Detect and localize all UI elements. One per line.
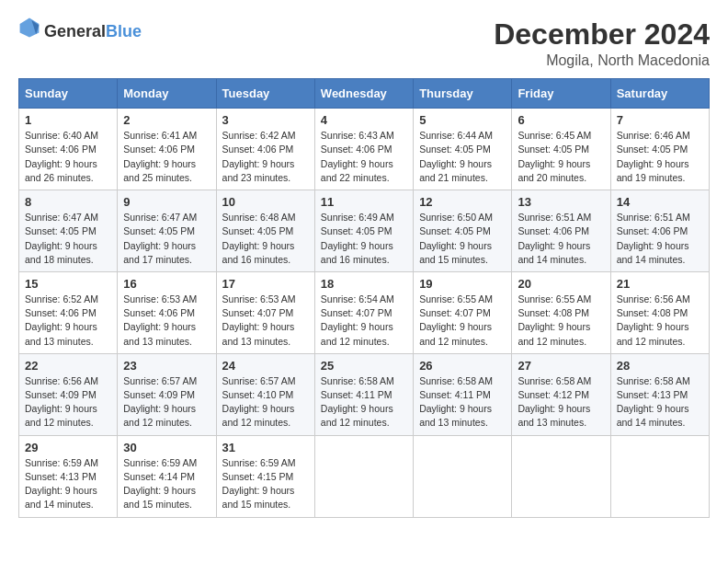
day-detail: Sunrise: 6:55 AMSunset: 4:07 PMDaylight:… [419, 293, 493, 347]
day-detail: Sunrise: 6:59 AMSunset: 4:13 PMDaylight:… [25, 457, 98, 511]
day-detail: Sunrise: 6:43 AMSunset: 4:06 PMDaylight:… [321, 130, 394, 183]
day-detail: Sunrise: 6:55 AMSunset: 4:08 PMDaylight:… [518, 293, 591, 347]
day-cell: 18 Sunrise: 6:54 AMSunset: 4:07 PMDaylig… [314, 271, 413, 353]
subtitle: Mogila, North Macedonia [494, 52, 710, 69]
col-header-tuesday: Tuesday [216, 79, 314, 109]
calendar-table: SundayMondayTuesdayWednesdayThursdayFrid… [18, 78, 710, 517]
day-cell: 13 Sunrise: 6:51 AMSunset: 4:06 PMDaylig… [512, 190, 610, 272]
week-row-3: 15 Sunrise: 6:52 AMSunset: 4:06 PMDaylig… [19, 271, 710, 353]
day-number: 26 [419, 359, 506, 373]
day-cell: 4 Sunrise: 6:43 AMSunset: 4:06 PMDayligh… [314, 109, 413, 190]
day-number: 11 [321, 195, 407, 209]
day-cell [414, 435, 512, 517]
day-cell: 15 Sunrise: 6:52 AMSunset: 4:06 PMDaylig… [19, 271, 118, 353]
day-cell: 14 Sunrise: 6:51 AMSunset: 4:06 PMDaylig… [610, 190, 709, 272]
day-number: 28 [617, 359, 703, 373]
col-header-wednesday: Wednesday [314, 79, 413, 109]
day-detail: Sunrise: 6:56 AMSunset: 4:08 PMDaylight:… [617, 293, 690, 347]
day-cell: 11 Sunrise: 6:49 AMSunset: 4:05 PMDaylig… [314, 190, 413, 272]
logo-blue-text: Blue [106, 23, 142, 40]
day-cell: 24 Sunrise: 6:57 AMSunset: 4:10 PMDaylig… [216, 353, 314, 435]
day-detail: Sunrise: 6:57 AMSunset: 4:10 PMDaylight:… [222, 375, 296, 429]
day-cell: 21 Sunrise: 6:56 AMSunset: 4:08 PMDaylig… [610, 271, 709, 353]
week-row-4: 22 Sunrise: 6:56 AMSunset: 4:09 PMDaylig… [19, 353, 710, 435]
day-number: 4 [321, 113, 407, 127]
day-cell: 20 Sunrise: 6:55 AMSunset: 4:08 PMDaylig… [512, 271, 610, 353]
day-detail: Sunrise: 6:47 AMSunset: 4:05 PMDaylight:… [123, 212, 197, 265]
logo-general-text: General [44, 23, 106, 40]
calendar-header-row: SundayMondayTuesdayWednesdayThursdayFrid… [19, 79, 710, 109]
day-number: 15 [25, 277, 111, 291]
day-detail: Sunrise: 6:58 AMSunset: 4:11 PMDaylight:… [419, 375, 493, 429]
col-header-friday: Friday [512, 79, 610, 109]
day-number: 17 [222, 277, 309, 291]
day-cell: 12 Sunrise: 6:50 AMSunset: 4:05 PMDaylig… [414, 190, 512, 272]
day-cell: 28 Sunrise: 6:58 AMSunset: 4:13 PMDaylig… [610, 353, 709, 435]
day-number: 27 [518, 359, 604, 373]
col-header-sunday: Sunday [19, 79, 118, 109]
day-number: 19 [419, 277, 506, 291]
day-cell: 9 Sunrise: 6:47 AMSunset: 4:05 PMDayligh… [118, 190, 216, 272]
day-detail: Sunrise: 6:42 AMSunset: 4:06 PMDaylight:… [222, 130, 296, 183]
day-detail: Sunrise: 6:47 AMSunset: 4:05 PMDaylight:… [25, 212, 98, 265]
day-cell: 25 Sunrise: 6:58 AMSunset: 4:11 PMDaylig… [314, 353, 413, 435]
col-header-monday: Monday [118, 79, 216, 109]
day-detail: Sunrise: 6:48 AMSunset: 4:05 PMDaylight:… [222, 212, 296, 265]
day-number: 1 [25, 113, 111, 127]
day-cell: 5 Sunrise: 6:44 AMSunset: 4:05 PMDayligh… [414, 109, 512, 190]
day-cell: 30 Sunrise: 6:59 AMSunset: 4:14 PMDaylig… [118, 435, 216, 517]
day-detail: Sunrise: 6:49 AMSunset: 4:05 PMDaylight:… [321, 212, 394, 265]
day-detail: Sunrise: 6:56 AMSunset: 4:09 PMDaylight:… [25, 375, 98, 429]
day-detail: Sunrise: 6:53 AMSunset: 4:07 PMDaylight:… [222, 293, 296, 347]
logo-icon [18, 17, 40, 39]
week-row-2: 8 Sunrise: 6:47 AMSunset: 4:05 PMDayligh… [19, 190, 710, 272]
day-detail: Sunrise: 6:44 AMSunset: 4:05 PMDaylight:… [419, 130, 493, 183]
day-cell: 27 Sunrise: 6:58 AMSunset: 4:12 PMDaylig… [512, 353, 610, 435]
day-detail: Sunrise: 6:40 AMSunset: 4:06 PMDaylight:… [25, 130, 98, 183]
day-detail: Sunrise: 6:50 AMSunset: 4:05 PMDaylight:… [419, 212, 493, 265]
day-number: 14 [617, 195, 703, 209]
day-cell: 23 Sunrise: 6:57 AMSunset: 4:09 PMDaylig… [118, 353, 216, 435]
day-cell [610, 435, 709, 517]
day-cell: 22 Sunrise: 6:56 AMSunset: 4:09 PMDaylig… [19, 353, 118, 435]
day-number: 2 [123, 113, 210, 127]
day-number: 7 [617, 113, 703, 127]
day-cell: 16 Sunrise: 6:53 AMSunset: 4:06 PMDaylig… [118, 271, 216, 353]
day-cell: 7 Sunrise: 6:46 AMSunset: 4:05 PMDayligh… [610, 109, 709, 190]
day-detail: Sunrise: 6:54 AMSunset: 4:07 PMDaylight:… [321, 293, 394, 347]
header: General Blue December 2024 Mogila, North… [18, 18, 710, 69]
day-detail: Sunrise: 6:52 AMSunset: 4:06 PMDaylight:… [25, 293, 98, 347]
day-number: 12 [419, 195, 506, 209]
day-number: 25 [321, 359, 407, 373]
logo: General Blue [18, 18, 142, 44]
day-number: 31 [222, 441, 309, 454]
day-cell: 17 Sunrise: 6:53 AMSunset: 4:07 PMDaylig… [216, 271, 314, 353]
day-cell: 29 Sunrise: 6:59 AMSunset: 4:13 PMDaylig… [19, 435, 118, 517]
day-detail: Sunrise: 6:41 AMSunset: 4:06 PMDaylight:… [123, 130, 197, 183]
day-cell: 2 Sunrise: 6:41 AMSunset: 4:06 PMDayligh… [118, 109, 216, 190]
day-number: 21 [617, 277, 703, 291]
day-cell: 1 Sunrise: 6:40 AMSunset: 4:06 PMDayligh… [19, 109, 118, 190]
calendar-body: 1 Sunrise: 6:40 AMSunset: 4:06 PMDayligh… [19, 109, 710, 517]
day-cell: 3 Sunrise: 6:42 AMSunset: 4:06 PMDayligh… [216, 109, 314, 190]
day-cell: 19 Sunrise: 6:55 AMSunset: 4:07 PMDaylig… [414, 271, 512, 353]
day-detail: Sunrise: 6:53 AMSunset: 4:06 PMDaylight:… [123, 293, 197, 347]
day-number: 3 [222, 113, 309, 127]
day-detail: Sunrise: 6:59 AMSunset: 4:14 PMDaylight:… [123, 457, 197, 511]
day-cell: 8 Sunrise: 6:47 AMSunset: 4:05 PMDayligh… [19, 190, 118, 272]
day-cell [314, 435, 413, 517]
day-number: 16 [123, 277, 210, 291]
day-number: 23 [123, 359, 210, 373]
day-number: 29 [25, 441, 111, 454]
day-number: 5 [419, 113, 506, 127]
day-detail: Sunrise: 6:57 AMSunset: 4:09 PMDaylight:… [123, 375, 197, 429]
main-title: December 2024 [494, 18, 710, 51]
day-number: 24 [222, 359, 309, 373]
day-detail: Sunrise: 6:58 AMSunset: 4:11 PMDaylight:… [321, 375, 394, 429]
day-cell: 31 Sunrise: 6:59 AMSunset: 4:15 PMDaylig… [216, 435, 314, 517]
day-number: 22 [25, 359, 111, 373]
day-detail: Sunrise: 6:58 AMSunset: 4:12 PMDaylight:… [518, 375, 591, 429]
day-number: 10 [222, 195, 309, 209]
week-row-1: 1 Sunrise: 6:40 AMSunset: 4:06 PMDayligh… [19, 109, 710, 190]
day-detail: Sunrise: 6:45 AMSunset: 4:05 PMDaylight:… [518, 130, 591, 183]
